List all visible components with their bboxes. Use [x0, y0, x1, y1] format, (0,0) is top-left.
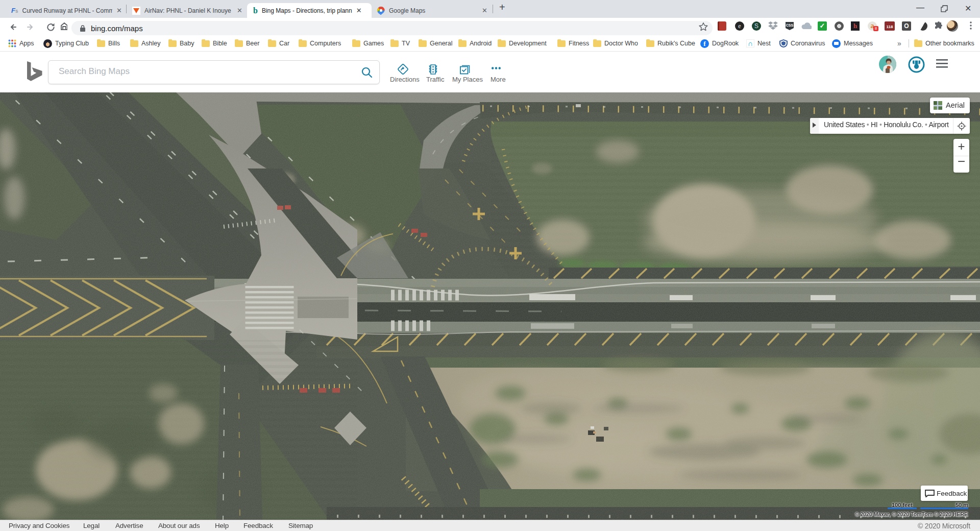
svg-text:CSS: CSS [786, 23, 794, 27]
